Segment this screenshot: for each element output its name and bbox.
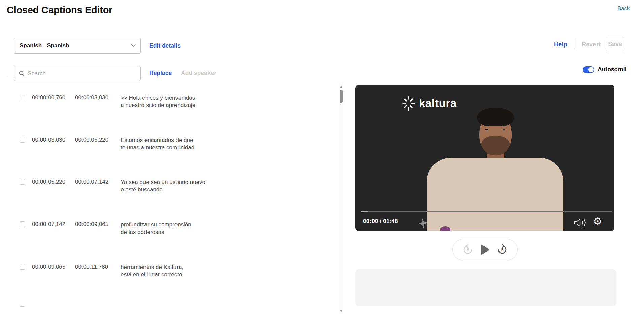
settings-gear-icon[interactable]: ⚙ <box>593 215 602 227</box>
captions-scrollbar[interactable]: ▲ ▼ <box>339 82 343 314</box>
video-time-display: 00:00 / 01:48 <box>363 218 398 225</box>
play-triangle-icon <box>480 244 490 255</box>
search-box[interactable] <box>14 66 141 81</box>
toggle-knob <box>588 67 594 72</box>
svg-text:5: 5 <box>501 248 504 252</box>
caption-end-time[interactable]: 00:00:09,065 <box>75 221 108 228</box>
caption-start-time[interactable]: 00:00:09,065 <box>32 264 65 270</box>
caption-row: 00:00:09,065 00:00:11,780 herramientas d… <box>7 264 339 304</box>
forward-5-button[interactable]: 5 <box>497 244 508 255</box>
toolbar-divider <box>575 39 575 49</box>
star-watermark-icon <box>417 217 429 230</box>
add-speaker-link[interactable]: Add speaker <box>181 70 216 77</box>
caption-text[interactable]: >> Hola chicos y bienvenidosa nuestro si… <box>121 94 197 109</box>
kaltura-wordmark: kaltura <box>419 97 457 110</box>
search-icon <box>19 71 25 76</box>
presenter-beard <box>481 136 510 155</box>
presenter-eye <box>485 129 488 130</box>
caption-start-time[interactable]: 00:00:03,030 <box>32 137 65 143</box>
presenter-eye <box>503 129 505 130</box>
presenter-eyebrow <box>484 125 489 126</box>
edit-details-link[interactable]: Edit details <box>149 42 181 49</box>
caption-text[interactable]: Hoy te mostraremos <box>121 306 172 307</box>
autoscroll-toggle[interactable] <box>583 66 594 73</box>
caption-text[interactable]: herramientas de Kaltura,está en el lugar… <box>121 264 184 278</box>
scroll-down-icon[interactable]: ▼ <box>339 309 343 313</box>
caption-checkbox[interactable] <box>20 264 25 270</box>
autoscroll-control: Autoscroll <box>583 66 627 73</box>
caption-row: 00:00:07,142 00:00:09,065 profundizar su… <box>7 221 339 261</box>
current-caption-panel <box>355 269 616 306</box>
play-button[interactable] <box>480 244 490 255</box>
svg-text:5: 5 <box>467 248 469 252</box>
caption-text[interactable]: Estamos encantados de quete unas a nuest… <box>121 137 196 151</box>
caption-start-time[interactable]: 00:00:05,220 <box>32 179 65 185</box>
language-dropdown-value: Spanish - Spanish <box>20 42 131 49</box>
revert-button[interactable]: Revert <box>582 41 601 48</box>
help-link[interactable]: Help <box>554 41 567 48</box>
caption-checkbox[interactable] <box>20 221 25 227</box>
caption-end-time[interactable]: 00:00:05,220 <box>75 137 108 143</box>
presenter-eyebrow <box>502 125 507 126</box>
rewind-5-button[interactable]: 5 <box>462 244 473 255</box>
background-object <box>440 226 450 231</box>
caption-start-time[interactable]: 00:00:11,780 <box>32 306 65 307</box>
video-progress-played <box>361 211 368 212</box>
caption-end-time[interactable]: 00:00:11,780 <box>75 264 108 270</box>
caption-end-time[interactable]: 00:00:03,030 <box>75 94 108 101</box>
caption-checkbox[interactable] <box>20 306 25 307</box>
caption-start-time[interactable]: 00:00:00,760 <box>32 94 65 101</box>
autoscroll-label: Autoscroll <box>598 66 627 73</box>
closed-captions-editor-page: Closed Captions Editor Back Spanish - Sp… <box>0 0 644 314</box>
video-player[interactable]: kaltura 00:00 / 01:48 ⚙ <box>355 85 614 231</box>
caption-text[interactable]: Ya sea que sea un usuario nuevoo esté bu… <box>121 179 205 193</box>
presenter-torso <box>427 158 564 231</box>
caption-checkbox[interactable] <box>20 179 25 185</box>
caption-checkbox[interactable] <box>20 137 25 143</box>
kaltura-logo: kaltura <box>401 96 457 111</box>
scroll-up-icon[interactable]: ▲ <box>339 85 343 88</box>
language-dropdown[interactable]: Spanish - Spanish <box>14 38 141 54</box>
captions-list: 00:00:00,760 00:00:03,030 >> Hola chicos… <box>7 82 339 307</box>
caption-start-time[interactable]: 00:00:07,142 <box>32 221 65 228</box>
chevron-down-icon <box>131 44 136 47</box>
volume-icon[interactable] <box>574 218 588 228</box>
caption-row: 00:00:05,220 00:00:07,142 Ya sea que sea… <box>7 179 339 219</box>
caption-row-partial: 00:00:11,780 00:00:14,100 Hoy te mostrar… <box>7 306 339 307</box>
caption-end-time[interactable]: 00:00:07,142 <box>75 179 108 185</box>
save-button[interactable]: Save <box>606 37 624 51</box>
caption-text[interactable]: profundizar su comprensiónde las poderos… <box>121 221 191 236</box>
caption-row: 00:00:03,030 00:00:05,220 Estamos encant… <box>7 137 339 177</box>
caption-checkbox[interactable] <box>20 95 25 100</box>
back-link[interactable]: Back <box>617 5 630 12</box>
replace-link[interactable]: Replace <box>149 70 172 77</box>
caption-row: 00:00:00,760 00:00:03,030 >> Hola chicos… <box>7 94 339 135</box>
presenter-hair <box>477 108 514 126</box>
caption-end-time[interactable]: 00:00:14,100 <box>75 306 108 307</box>
video-progress-bar[interactable] <box>361 211 612 212</box>
section-divider <box>7 77 620 77</box>
page-title: Closed Captions Editor <box>7 5 112 16</box>
transport-controls: 5 5 <box>452 239 518 260</box>
search-input[interactable] <box>28 70 136 77</box>
scrollbar-thumb[interactable] <box>340 90 343 103</box>
kaltura-spark-icon <box>401 96 415 111</box>
